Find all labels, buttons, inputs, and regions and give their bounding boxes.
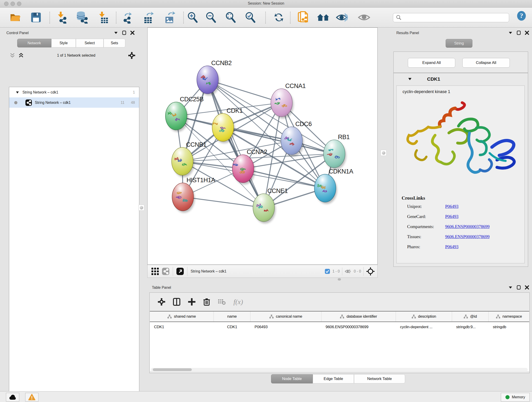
tab-edge-table[interactable]: Edge Table [313, 374, 354, 383]
export-table-button[interactable] [142, 11, 155, 24]
export-image-button[interactable] [163, 11, 177, 24]
export-network-button[interactable] [121, 11, 134, 24]
network-edge[interactable] [208, 80, 264, 208]
horizontal-splitter-handle[interactable] [338, 278, 341, 281]
show-columns-icon[interactable] [173, 298, 180, 306]
zoom-out-button[interactable] [204, 11, 218, 24]
panel-maximize-icon[interactable] [516, 285, 521, 290]
network-node-CDC6[interactable] [281, 127, 302, 155]
import-network-file-button[interactable] [55, 11, 68, 24]
crosslink-link[interactable]: P06493 [445, 204, 458, 209]
column-header[interactable]: description [396, 312, 452, 322]
column-header[interactable]: shared name [150, 312, 214, 322]
panel-maximize-icon[interactable] [122, 31, 127, 35]
birdseye-grid-icon[interactable] [151, 268, 159, 275]
crosslink-link[interactable]: P06493 [445, 244, 458, 249]
expand-all-button[interactable]: Expand All [408, 58, 455, 68]
panel-float-menu-icon[interactable] [114, 31, 118, 35]
column-header[interactable]: namespace [489, 312, 529, 322]
help-button[interactable]: ? [516, 10, 527, 22]
tab-select[interactable]: Select [76, 39, 104, 47]
tab-style[interactable]: Style [51, 39, 76, 47]
panel-close-icon[interactable] [525, 31, 529, 35]
tab-network-table[interactable]: Network Table [354, 374, 405, 383]
network-options-gear-icon[interactable] [128, 52, 135, 59]
hidden-eye-slash-icon[interactable] [345, 269, 351, 274]
tab-network[interactable]: Network [17, 39, 51, 47]
collection-expander-icon[interactable] [16, 90, 19, 94]
collapse-all-button[interactable]: Collapse All [462, 58, 510, 68]
cloud-button[interactable] [6, 393, 19, 402]
import-table-file-button[interactable] [96, 11, 109, 24]
open-session-button[interactable] [9, 11, 22, 24]
network-canvas[interactable]: CCNB2CCNA1CDC25BCDK1CDC6RB1CCNB1CCNA2CDK… [147, 27, 378, 265]
tab-node-table[interactable]: Node Table [271, 374, 313, 383]
column-header[interactable]: canonical name [250, 312, 322, 322]
panel-float-menu-icon[interactable] [508, 285, 513, 290]
crosslink-link[interactable]: 9606.ENSP00000378699 [445, 234, 490, 239]
apply-layout-button[interactable] [272, 11, 285, 24]
show-hidden-button[interactable] [357, 11, 371, 24]
collapse-all-icon[interactable] [9, 52, 15, 58]
search-box[interactable] [393, 13, 509, 22]
create-column-plus-icon[interactable] [188, 298, 196, 306]
control-panel-window-controls [114, 31, 135, 35]
table-horizontal-scrollbar[interactable] [151, 368, 528, 371]
current-network-name: String Network – cdk1 [191, 269, 227, 274]
entry-header[interactable]: CDK1 [394, 73, 528, 85]
table-row[interactable]: CDK1 CDK1 P06493 9606.ENSP00000378699 cy… [150, 322, 529, 332]
zoom-in-button[interactable] [186, 11, 199, 24]
clone-network-button[interactable] [297, 11, 310, 24]
crosslink-link[interactable]: 9606.ENSP00000378699 [445, 224, 490, 229]
network-node-CDC25B[interactable] [165, 102, 187, 130]
network-node-CDK1[interactable] [212, 114, 234, 141]
entry-expander-icon[interactable] [408, 77, 412, 81]
zoom-fit-button[interactable] [224, 11, 237, 24]
network-edge[interactable] [183, 197, 264, 208]
network-badge-icon[interactable] [162, 268, 170, 275]
network-collection-row[interactable]: String Network – cdk1 1 [9, 87, 139, 97]
expand-all-icon[interactable] [18, 52, 24, 58]
crosslink-link[interactable]: P06493 [445, 214, 458, 219]
network-node-CCNA1[interactable] [271, 89, 292, 117]
column-header[interactable]: @id [452, 312, 489, 322]
panel-maximize-icon[interactable] [516, 31, 521, 35]
column-header[interactable]: database identifier [322, 312, 396, 322]
tab-string[interactable]: String [446, 39, 472, 48]
network-type-icon [25, 99, 32, 106]
hide-selected-button[interactable] [336, 11, 349, 24]
save-floppy-icon [31, 12, 41, 23]
delete-column-trash-icon[interactable] [203, 298, 210, 306]
panel-close-icon[interactable] [525, 285, 529, 290]
open-in-window-icon[interactable] [176, 268, 184, 275]
network-node-RB1[interactable] [323, 140, 345, 168]
selected-checkbox-icon[interactable] [325, 269, 330, 274]
network-edge[interactable] [243, 169, 325, 188]
import-network-database-button[interactable] [75, 11, 89, 24]
save-session-button[interactable] [29, 11, 43, 24]
memory-button[interactable]: Memory [501, 393, 530, 402]
column-header[interactable]: name [214, 312, 250, 322]
function-builder-icon[interactable]: f(x) [234, 298, 243, 306]
network-view-toolbar: String Network – cdk1 1 - 0 0 - 0 [147, 265, 378, 278]
scrollbar-thumb[interactable] [153, 368, 192, 371]
network-node-CCNB2[interactable] [197, 66, 218, 94]
delete-table-icon[interactable] [218, 299, 226, 305]
search-input[interactable] [404, 15, 509, 20]
left-splitter-handle[interactable] [138, 205, 144, 211]
right-splitter-handle[interactable] [380, 150, 386, 156]
warnings-button[interactable] [25, 393, 38, 402]
network-node-CCNE1[interactable] [253, 194, 274, 222]
panel-close-icon[interactable] [130, 31, 135, 35]
network-node-label: CCNE1 [267, 187, 288, 194]
network-node-HIST1H1A[interactable] [172, 183, 194, 211]
tab-sets[interactable]: Sets [104, 39, 125, 47]
network-graph[interactable]: CCNB2CCNA1CDC25BCDK1CDC6RB1CCNB1CCNA2CDK… [147, 28, 377, 264]
show-all-button[interactable] [317, 11, 330, 24]
network-row-selected[interactable]: String Network – cdk1 11 48 [9, 97, 139, 108]
fit-content-crosshair-icon[interactable] [366, 267, 375, 276]
network-node-CCNB1[interactable] [172, 147, 193, 175]
panel-float-menu-icon[interactable] [508, 31, 513, 35]
zoom-selected-button[interactable] [244, 11, 257, 24]
table-options-gear-icon[interactable] [158, 298, 165, 306]
